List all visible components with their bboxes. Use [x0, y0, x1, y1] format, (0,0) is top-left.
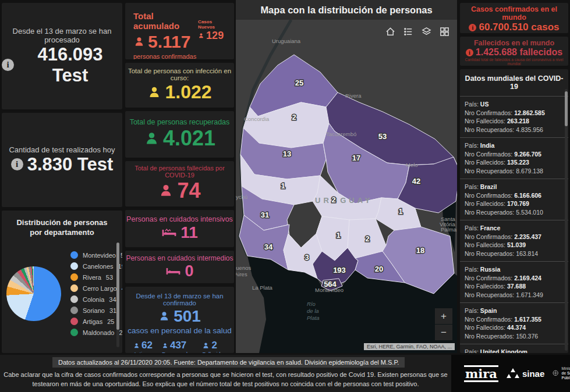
person-icon	[162, 343, 168, 349]
tests-today-value: 3.830 Test	[27, 154, 114, 175]
legend-item[interactable]: Montevideo564	[70, 251, 122, 259]
person-icon	[133, 36, 145, 48]
person-icon	[144, 131, 160, 147]
dept-value: 193	[333, 266, 346, 275]
legend-dot	[70, 295, 78, 303]
country-block[interactable]: País: United Kingdom Nro Confirmados: 1.…	[460, 344, 568, 353]
legend-item[interactable]: Soriano31	[70, 307, 122, 314]
info-icon[interactable]: i	[469, 24, 476, 31]
legend-name: Colonia	[83, 296, 104, 303]
info-icon[interactable]: i	[466, 49, 473, 56]
tests-total-card: Desde el 13 de marzo se han procesado i …	[2, 3, 122, 109]
country-block[interactable]: País: US Nro Confirmados: 12.862.585 Nro…	[460, 97, 568, 138]
country-block[interactable]: País: Russia Nro Confirmados: 2.169.424 …	[460, 262, 568, 303]
accumulated-title: Total acumulado	[133, 11, 198, 31]
place-label: Rivera	[345, 92, 362, 99]
dept-value: 1	[336, 231, 340, 240]
legend-name: Rivera	[83, 274, 101, 281]
confirmed-value: 9.266.705	[514, 151, 541, 158]
world-data-scrollbar[interactable]	[565, 89, 568, 351]
world-data-title: Datos mundiales del COVID-19	[460, 69, 568, 97]
legend-item[interactable]: Maldonado20	[70, 329, 122, 336]
disclaimer-line-1: Cabe aclarar que la cifra de casos confi…	[0, 370, 451, 379]
tests-total-label: Desde el 13 de marzo se han procesado	[2, 27, 122, 44]
place-label: ychú	[236, 194, 247, 200]
confirmed-value: 6.166.606	[514, 192, 541, 199]
legend-value: 31	[109, 307, 116, 314]
active-cases-card: Total de personas con infección en curso…	[125, 63, 234, 108]
country-label: URUGUAY	[315, 196, 373, 205]
uruguay-choropleth-map[interactable]: Uruguaiana Concordia Rivera Tacuarembó M…	[236, 20, 457, 353]
accumulated-value: 5.117	[148, 32, 190, 52]
hw-deceased: 2 Fallecidos	[202, 340, 226, 353]
place-label: Palma	[441, 226, 457, 233]
deaths-value: 263.218	[507, 117, 529, 124]
legend-item[interactable]: Canelones193	[70, 262, 122, 270]
layers-icon[interactable]	[420, 26, 432, 37]
confirmed-value: 2.169.424	[514, 275, 541, 281]
legend-name: Cerro Largo	[83, 285, 117, 292]
country-block[interactable]: País: Spain Nro Confirmados: 1.617.355 N…	[460, 303, 568, 344]
legend-item[interactable]: Artigas25	[70, 318, 122, 325]
hw-value: 2	[211, 340, 217, 351]
legend-item[interactable]: Rivera53	[70, 273, 122, 281]
legend-scrollbar[interactable]	[116, 243, 119, 347]
info-icon[interactable]: i	[11, 158, 23, 170]
health-workers-title: Desde el 13 de marzo se han confirmado	[125, 293, 234, 307]
intermediate-card: Personas en cuidados intermedios 0	[125, 251, 234, 283]
world-deaths-card: Fallecidos en el mundo i1.425.688 fallec…	[460, 37, 568, 66]
dept-value: 2	[365, 234, 369, 243]
deaths-value: 74	[177, 179, 200, 203]
legend-item[interactable]: Cerro Largo42	[70, 284, 122, 292]
home-icon[interactable]	[384, 26, 396, 37]
map-panel: Mapa con la distribución de personas	[236, 0, 457, 353]
country-name: France	[480, 224, 500, 231]
disclaimer-line-2: testearon en más de una oportunidad. Eso…	[0, 379, 451, 389]
health-workers-value: 501	[174, 307, 201, 326]
confirmed-label: Nro Confirmados:	[465, 233, 512, 240]
intermediate-title: Personas en cuidados intermedios	[126, 254, 233, 262]
tests-total-value-row: i 416.093 Test	[2, 44, 122, 86]
info-icon[interactable]: i	[2, 59, 14, 71]
deaths-value: 44.374	[507, 324, 526, 331]
bed-icon	[165, 266, 181, 276]
department-pie-chart[interactable]	[6, 266, 61, 321]
legend-item[interactable]: Colonia34	[70, 295, 122, 303]
legend-icon[interactable]	[402, 26, 414, 37]
world-confirmed-title: Casos confirmados en el mundo	[460, 5, 568, 22]
country-name: Russia	[480, 266, 500, 273]
legend-name: Artigas	[83, 318, 102, 325]
dept-value: 1	[281, 181, 285, 190]
country-name: Spain	[480, 307, 497, 314]
dept-value: 34	[264, 243, 273, 251]
legend-value: 34	[109, 296, 116, 303]
place-label: Aires	[236, 271, 247, 277]
recovered-title: Total de personas recuperadas	[130, 118, 230, 126]
world-deaths-subtitle: Cantidad total de fallecidos a causa del…	[460, 58, 568, 66]
confirmed-label: Nro Confirmados:	[465, 192, 512, 199]
disclaimer-text: Cabe aclarar que la cifra de casos confi…	[0, 370, 451, 389]
world-data-card: Datos mundiales del COVID-19 País: US Nr…	[460, 69, 568, 353]
deaths-label: Nro Fallecidos:	[465, 324, 505, 331]
tests-today-card: Cantidad de test realizados hoy i 3.830 …	[2, 113, 122, 207]
health-workers-subtitle: casos en personal de la salud	[125, 326, 234, 335]
country-label: País:	[465, 307, 479, 314]
recovered-label: Nro Recuperados:	[465, 126, 514, 133]
zoom-in-button[interactable]: +	[435, 308, 452, 324]
ministry-line-2: de Salud Pública	[562, 371, 570, 380]
confirmed-value: 1.617.355	[514, 316, 541, 323]
dept-value: 2	[331, 195, 335, 204]
basemap-icon[interactable]	[438, 26, 450, 37]
country-block[interactable]: País: France Nro Confirmados: 2.235.437 …	[460, 220, 568, 262]
legend-value: 25	[107, 318, 114, 325]
zoom-out-button[interactable]: −	[435, 325, 452, 340]
place-label: Tacuarembó	[326, 131, 356, 137]
legend-dot	[70, 284, 78, 292]
deaths-card: Total de personas fallecidas por COVID-1…	[125, 161, 234, 206]
country-name: US	[480, 101, 489, 108]
health-workers-breakdown: 62 Activos 437 Recuperados 2 Fallecidos	[125, 340, 234, 353]
country-block[interactable]: País: Brazil Nro Confirmados: 6.166.606 …	[460, 179, 568, 220]
country-label: País:	[465, 224, 479, 231]
accumulated-subtitle: personas confirmadas	[133, 53, 198, 59]
country-block[interactable]: País: India Nro Confirmados: 9.266.705 N…	[460, 138, 568, 179]
